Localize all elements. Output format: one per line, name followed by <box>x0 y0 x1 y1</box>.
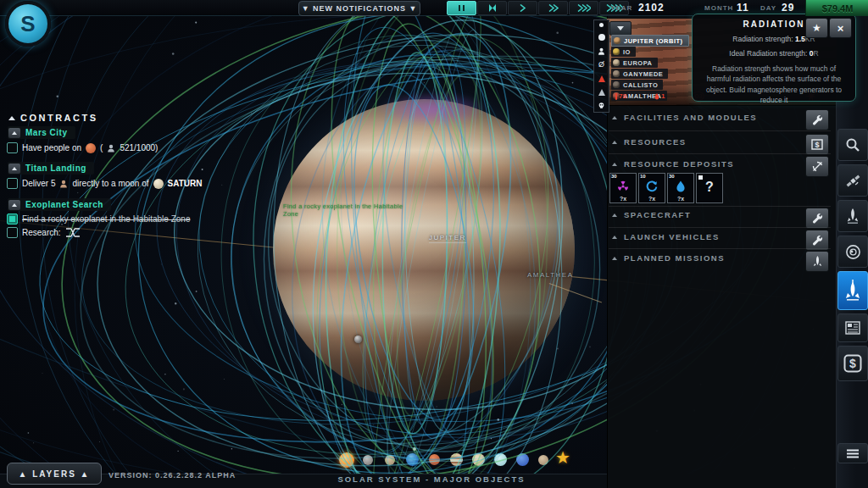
month-label: MONTH <box>704 4 733 12</box>
temperature-readout: 78 <box>615 92 626 100</box>
collapse-arrow-icon <box>612 141 617 144</box>
pause-icon <box>459 5 460 11</box>
collapse-arrow-icon <box>612 257 617 260</box>
task-checkbox[interactable] <box>7 178 18 189</box>
wrench-icon <box>812 114 823 125</box>
moon-name: IO <box>623 48 631 56</box>
collapse-arrow-icon <box>612 214 617 217</box>
moon-name: EUROPA <box>623 59 653 67</box>
finance-icon: $ <box>843 354 862 373</box>
task-checkbox[interactable] <box>7 227 18 238</box>
speed-play-button[interactable] <box>508 1 537 15</box>
section-planned-missions[interactable]: PLANNED MISSIONS <box>612 253 725 263</box>
orbit-spiral-icon <box>845 244 861 260</box>
section-resource-deposits[interactable]: RESOURCE DEPOSITS <box>612 159 734 169</box>
moon-map-label[interactable]: AMALTHEA <box>527 271 574 279</box>
contract-exoplanet-search[interactable]: Exoplanet Search <box>8 198 111 211</box>
collapse-contract-button[interactable] <box>8 200 20 210</box>
star-icon: ★ <box>812 22 821 34</box>
deposit-water[interactable]: 30 ?x <box>667 173 694 203</box>
planned-missions-button[interactable] <box>805 251 829 272</box>
menu-button[interactable] <box>837 443 868 463</box>
section-resources[interactable]: RESOURCES <box>612 137 687 147</box>
person-icon <box>107 144 115 152</box>
person-icon <box>59 180 68 188</box>
tooltip-description: Radiation strength shows how much of har… <box>699 64 849 105</box>
section-label: LAUNCH VEHICLES <box>624 232 720 241</box>
contract-titan-landing[interactable]: Titan Landing <box>8 162 94 175</box>
reports-button[interactable] <box>837 313 868 342</box>
moon-list-item-callisto[interactable]: CALLISTO <box>611 80 663 90</box>
rocket-icon <box>813 256 822 268</box>
facilities-build-button[interactable] <box>805 109 829 130</box>
year-value: 2102 <box>638 2 665 14</box>
planet-map-label[interactable]: JUPITER <box>429 234 466 243</box>
version-text: VERSION: 0.26.2.28.2 ALPHA <box>108 471 236 480</box>
launch-button[interactable] <box>837 200 868 232</box>
day-value: 29 <box>782 2 794 14</box>
section-label: SPACECRAFT <box>624 210 691 219</box>
deposit-unknown[interactable]: ? <box>696 173 723 203</box>
spacecraft-build-button[interactable] <box>805 208 829 229</box>
step-icon <box>488 4 497 12</box>
contracts-title: CONTRACTS <box>20 113 98 123</box>
mars-icon <box>86 143 96 153</box>
task-target: SATURN <box>168 179 203 188</box>
moon-list-item-io[interactable]: IO <box>611 47 636 57</box>
notifications-button[interactable]: ▼ NEW NOTIFICATIONS ▼ <box>298 1 420 16</box>
active-mission-button[interactable] <box>837 271 868 310</box>
speed-pause-button[interactable] <box>447 1 476 15</box>
moon-dropdown-button[interactable] <box>609 21 632 36</box>
satellites-button[interactable] <box>837 164 868 197</box>
deposit-recycle[interactable]: 10 ?x <box>638 173 665 203</box>
moon-name: JUPITER (ORBIT) <box>624 37 683 45</box>
radioactive-icon <box>617 180 629 192</box>
layers-button[interactable]: ▲ LAYERS ▲ <box>7 463 102 485</box>
amalthea-moon-dot[interactable] <box>354 336 362 343</box>
finance-button[interactable]: $ <box>837 346 868 381</box>
speed-3x-button[interactable] <box>569 1 598 15</box>
close-button[interactable]: × <box>829 18 852 38</box>
task-text: Research: <box>22 228 61 237</box>
collapse-contract-button[interactable] <box>8 164 20 174</box>
section-launch-vehicles[interactable]: LAUNCH VEHICLES <box>612 232 720 241</box>
research-icon <box>65 228 81 237</box>
section-label: PLANNED MISSIONS <box>624 253 725 263</box>
person-icon <box>598 47 605 55</box>
orbits-button[interactable] <box>837 236 868 268</box>
collapse-arrow-icon <box>8 116 15 120</box>
contract-title: Titan Landing <box>25 164 86 173</box>
survey-button[interactable] <box>805 156 829 177</box>
satellite-icon <box>845 173 861 189</box>
task-checkbox[interactable] <box>7 142 18 153</box>
search-tool-button[interactable] <box>837 129 868 161</box>
section-facilities[interactable]: FACILITIES AND MODULES <box>612 113 757 122</box>
section-label: FACILITIES AND MODULES <box>624 113 757 122</box>
speed-2x-button[interactable] <box>538 1 568 15</box>
contracts-header[interactable]: CONTRACTS <box>8 113 98 123</box>
favorite-button[interactable]: ★ <box>805 18 828 38</box>
ganymede-icon <box>613 70 620 77</box>
moon-list-item-jupiter[interactable]: JUPITER (ORBIT) <box>611 35 689 47</box>
star-system-icon[interactable]: ★ <box>555 447 570 468</box>
app-logo[interactable]: S <box>5 1 51 47</box>
collapse-contract-button[interactable] <box>8 128 20 138</box>
section-spacecraft[interactable]: SPACECRAFT <box>612 210 691 219</box>
task-checkbox-checked[interactable] <box>7 214 18 225</box>
year-label: YEAR <box>610 4 632 12</box>
system-caption: SOLAR SYSTEM - MAJOR OBJECTS <box>304 474 559 484</box>
recycle-icon <box>646 180 658 192</box>
habitability-filter-strip[interactable]: Ø <box>593 19 609 113</box>
resources-button[interactable]: $ <box>805 134 829 155</box>
hazard-cone-red-icon <box>598 75 605 82</box>
moon-name: CALLISTO <box>623 81 658 89</box>
drill-icon <box>812 161 823 172</box>
wrench-icon <box>812 213 823 224</box>
contract-mars-city[interactable]: Mars City <box>8 126 75 139</box>
saturn-icon <box>153 179 164 189</box>
moon-list-item-europa[interactable]: EUROPA <box>611 58 658 68</box>
moon-list-item-ganymede[interactable]: GANYMEDE <box>611 69 668 79</box>
deposit-radioactive[interactable]: 30 ?x <box>609 173 637 203</box>
money-display[interactable]: $79.4M <box>805 0 868 16</box>
speed-step-button[interactable] <box>477 1 507 15</box>
